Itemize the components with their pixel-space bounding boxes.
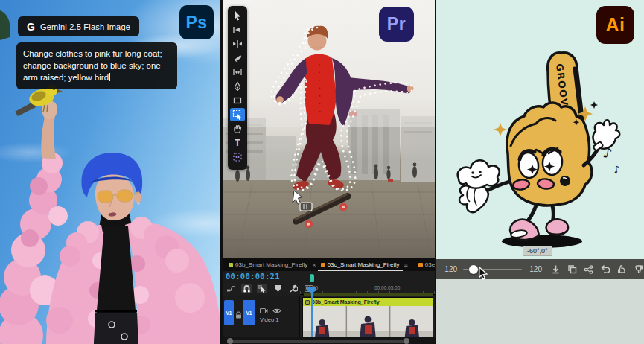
sequence-marker[interactable] [310, 274, 314, 282]
scroll-lane [223, 337, 435, 344]
playhead-line[interactable] [311, 293, 313, 337]
track-area: V1 V1 Video 1 [223, 296, 435, 344]
music-note-icon: ♪ [613, 163, 620, 175]
clip-name: 03b_Smart Masking_Firefly [312, 299, 380, 305]
photoshop-logo: Ps [179, 5, 214, 39]
sequence-color-chip [321, 263, 325, 267]
selection-tool[interactable] [230, 9, 245, 22]
gemini-model-label: Gemini 2.5 Flash Image [40, 22, 130, 31]
drag-cursor [293, 191, 312, 211]
nest-toggle-icon[interactable] [226, 284, 236, 293]
sync-lock-icon[interactable] [260, 304, 268, 317]
sequence-color-chip [418, 263, 423, 267]
ruler-tick-label: 00:00:05:00 [374, 285, 400, 290]
razor-tool[interactable] [230, 51, 245, 65]
timecode-display[interactable]: 00:00:00:21 [226, 272, 280, 281]
clip-fx-icon [305, 300, 310, 305]
hand-tool[interactable] [230, 122, 245, 136]
slider-max-label: 120 [529, 265, 542, 273]
object-selection-tool[interactable] [230, 108, 245, 121]
screenshot-root: G Gemini 2.5 Flash Image Change clothes … [0, 0, 644, 344]
download-icon[interactable] [551, 264, 561, 274]
tab-label: 03c_Smart Masking_Firefly [328, 261, 400, 268]
illustrator-panel: GROOVE FAN [436, 0, 644, 344]
slip-tool[interactable] [230, 66, 245, 79]
source-patch-v1[interactable]: V1 [224, 300, 234, 325]
prompt-input[interactable]: Change clothes to pink fur long coat; ch… [16, 42, 177, 89]
premiere-logo: Pr [379, 7, 414, 42]
tab-03b-smart-masking[interactable]: 03b_Smart Masking_Firefly [226, 258, 310, 271]
photoshop-panel: G Gemini 2.5 Flash Image Change clothes … [0, 0, 220, 344]
rotation-slider[interactable] [463, 269, 522, 270]
track-select-forward-tool[interactable] [230, 23, 245, 36]
gemini-model-chip: G Gemini 2.5 Flash Image [18, 16, 139, 36]
scrollbar-handle-left[interactable] [227, 338, 233, 344]
tab-close-icon[interactable]: × [310, 261, 317, 269]
prompt-text: Change clothes to pink fur long coat; ch… [23, 49, 162, 82]
track-lock-icon[interactable] [235, 308, 242, 322]
linked-selection-icon[interactable] [257, 284, 267, 293]
track-output-eye-icon[interactable] [272, 304, 281, 317]
variations-icon[interactable] [584, 264, 593, 274]
text-cursor [109, 73, 110, 81]
tab-03e-smart-masking[interactable]: 03e_Sma [415, 258, 435, 271]
panel-menu-icon[interactable]: ≡ [403, 261, 409, 269]
skateboard [292, 192, 356, 234]
tab-label: 03e_Sma [425, 261, 435, 268]
illustrator-logo: Ai [596, 6, 634, 44]
track-target-v1[interactable]: V1 [243, 300, 255, 325]
track-name: Video 1 [260, 316, 278, 323]
smart-mask-tool[interactable] [230, 150, 245, 164]
tab-label: 03b_Smart Masking_Firefly [235, 261, 307, 268]
copy-icon[interactable] [567, 264, 577, 274]
ripple-edit-tool[interactable] [230, 37, 245, 51]
scrollbar-handle-right[interactable] [404, 338, 409, 344]
undo-icon[interactable] [600, 264, 610, 274]
raised-arm [41, 113, 56, 159]
timeline-panel: 03b_Smart Masking_Firefly × 03c_Smart Ma… [223, 258, 435, 344]
sparkle-icon [494, 123, 507, 136]
premiere-toolbar: T [228, 6, 247, 170]
add-marker-icon[interactable] [272, 284, 283, 293]
snap-icon[interactable] [241, 284, 252, 293]
rectangle-tool[interactable] [230, 94, 245, 107]
horizontal-scrollbar[interactable] [227, 340, 409, 343]
sequence-color-chip [229, 263, 233, 267]
thumbs-down-icon[interactable] [634, 264, 644, 274]
thumbs-up-icon[interactable] [616, 264, 627, 274]
type-tool[interactable]: T [230, 136, 245, 150]
pen-tool[interactable] [230, 80, 245, 93]
smiling-cloud [458, 160, 500, 188]
slider-min-label: -120 [442, 265, 457, 273]
timeline-settings-icon[interactable] [288, 284, 299, 293]
workspace-background [436, 279, 644, 344]
generation-toolbar: -120 120 [436, 259, 644, 279]
tab-03c-smart-masking[interactable]: 03c_Smart Masking_Firefly [318, 258, 403, 271]
timeline-tabs: 03b_Smart Masking_Firefly × 03c_Smart Ma… [223, 258, 435, 271]
google-g-icon: G [27, 21, 35, 33]
rotation-tooltip: -60°,0° [523, 246, 552, 256]
mouse-cursor [477, 267, 489, 280]
sparkle-icon [590, 101, 598, 109]
premiere-panel: T Pr 03b_Smart Masking_Firefly × 03c_Sma… [223, 0, 435, 344]
